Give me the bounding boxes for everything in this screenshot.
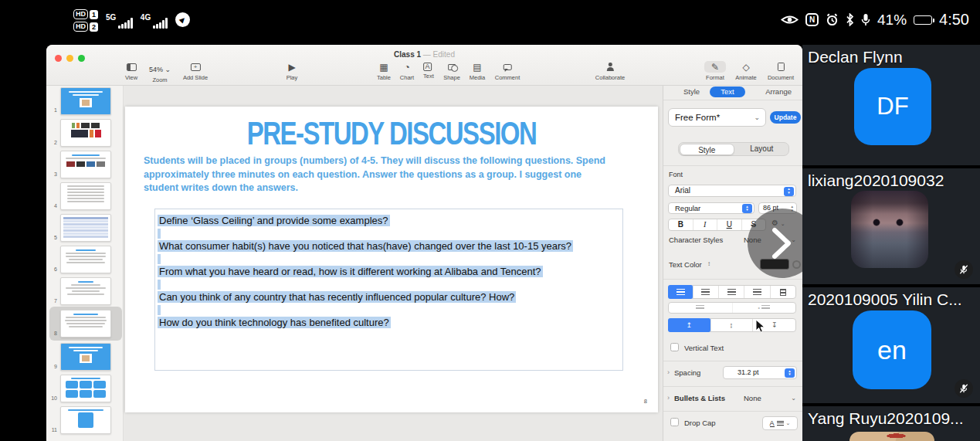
- drop-cap-icon: A: [770, 420, 775, 427]
- status-bar-right: N 41% 4:50: [781, 11, 969, 29]
- tab-style[interactable]: Style: [683, 87, 700, 96]
- font-section-label: Font: [669, 171, 683, 178]
- disclosure-icon[interactable]: ›: [667, 368, 670, 376]
- drop-cap-label: Drop Cap: [684, 419, 716, 427]
- slide-thumbnail[interactable]: [60, 182, 111, 210]
- zoom-value[interactable]: 54% ⌄: [149, 63, 171, 73]
- update-style-button[interactable]: Update: [770, 111, 801, 124]
- question-2[interactable]: What consumer habit(s) have you noticed …: [158, 239, 607, 253]
- bluetooth-icon: [846, 13, 854, 26]
- slide-thumbnail[interactable]: [60, 277, 111, 305]
- valign-top-button[interactable]: ↥: [668, 318, 711, 332]
- align-center-button[interactable]: [693, 286, 718, 298]
- valign-middle-button[interactable]: ↨: [710, 319, 754, 331]
- question-3[interactable]: From what you have heard or read, how is…: [158, 265, 607, 278]
- stepper-icon[interactable]: ▲▼: [785, 368, 795, 378]
- bullets-lists-value[interactable]: None: [744, 394, 761, 402]
- media-icon: ▤: [470, 61, 485, 73]
- drop-cap-checkbox[interactable]: [670, 418, 679, 426]
- toolbar-button-zoom[interactable]: 54% ⌄ Zoom: [149, 61, 171, 83]
- question-1[interactable]: Define ‘Glass Ceiling’ and provide some …: [158, 214, 607, 227]
- participant-strip: Declan Flynn DF lixiang2020109032 202010…: [802, 45, 980, 441]
- toolbar-button-comment[interactable]: Comment: [495, 61, 521, 81]
- toolbar-button-chart[interactable]: ◔ Chart: [400, 61, 414, 81]
- increase-indent-button[interactable]: •: [733, 303, 796, 313]
- signal-bars-icon: [118, 18, 133, 29]
- paragraph-style-dropdown[interactable]: Free Form* ⌄: [668, 108, 766, 127]
- chevron-down-icon: ⌄: [754, 109, 760, 126]
- avatar: en: [853, 310, 931, 389]
- slide-thumbnail[interactable]: [60, 343, 111, 371]
- align-right-button[interactable]: [719, 286, 744, 298]
- avatar: DF: [854, 68, 931, 145]
- toolbar-button-add-slide[interactable]: + Add Slide: [183, 61, 208, 81]
- bold-button[interactable]: B: [669, 219, 693, 230]
- decrease-indent-button[interactable]: [669, 303, 733, 313]
- toolbar-button-table[interactable]: ▦ Table: [377, 61, 391, 81]
- vertical-text-checkbox[interactable]: [670, 343, 679, 351]
- toolbar-button-play[interactable]: ▶ Play: [287, 61, 298, 81]
- tab-arrange[interactable]: Arrange: [765, 87, 792, 96]
- toolbar-button-format[interactable]: ✎ Format: [704, 61, 726, 81]
- participant-tile[interactable]: 2020109005 Yilin C... en: [802, 287, 980, 403]
- slide-8-canvas[interactable]: PRE-STUDY DISCUSSION Students will be pl…: [125, 107, 658, 412]
- slide-title[interactable]: PRE-STUDY DISCUSSION: [125, 115, 658, 153]
- slide-thumbnail[interactable]: [60, 119, 111, 147]
- participant-tile[interactable]: Yang Ruyu2020109...: [802, 406, 980, 441]
- slide-thumbnail[interactable]: [60, 87, 111, 115]
- tab-text[interactable]: Text: [710, 87, 745, 97]
- align-left-button[interactable]: [668, 285, 693, 299]
- vertical-text-label: Vertical Text: [684, 344, 724, 352]
- underline-button[interactable]: U: [717, 219, 742, 230]
- question-4[interactable]: Can you think of any country that has re…: [158, 290, 607, 304]
- status-bar: HD 1 HD 2 5G 4G ▶ N: [0, 0, 980, 45]
- stepper-icon[interactable]: ▲▼: [784, 187, 794, 196]
- participant-name: Yang Ruyu2020109...: [808, 409, 977, 428]
- mic-muted-icon: [955, 260, 973, 279]
- text-lines-icon: [777, 421, 784, 426]
- toolbar-button-media[interactable]: ▤ Media: [470, 61, 485, 81]
- participant-tile[interactable]: lixiang2020109032: [802, 168, 980, 284]
- status-bar-left: HD 1 HD 2 5G 4G ▶: [73, 9, 190, 32]
- slide-thumbnail[interactable]: [60, 151, 111, 178]
- text-icon: A: [423, 63, 432, 71]
- toolbar-button-collaborate[interactable]: Collaborate: [595, 61, 625, 81]
- signal-bars-icon: [153, 18, 168, 29]
- align-justify-button[interactable]: [744, 286, 770, 298]
- segment-layout[interactable]: Layout: [735, 143, 789, 155]
- toolbar-button-document[interactable]: Document: [768, 61, 794, 81]
- participant-tile[interactable]: Declan Flynn DF: [802, 45, 980, 165]
- stepper-icon[interactable]: ▲▼: [742, 204, 752, 213]
- chevron-down-icon: ⌄: [791, 395, 796, 402]
- toolbar-button-shape[interactable]: Shape: [443, 61, 460, 81]
- selected-blank-line: [158, 304, 607, 316]
- hd-sim2-badge: HD 2: [73, 22, 98, 32]
- disclosure-icon[interactable]: ›: [667, 394, 670, 402]
- spacing-select[interactable]: 31.2 pt ▲▼: [723, 366, 797, 379]
- font-family-select[interactable]: Arial ▲▼: [668, 185, 796, 197]
- font-weight-select[interactable]: Regular ▲▼: [668, 202, 754, 214]
- slide-number-label: 8: [644, 398, 647, 405]
- slide-canvas-area: PRE-STUDY DISCUSSION Students will be pl…: [124, 86, 663, 441]
- question-5[interactable]: How do you think technology has benefite…: [158, 316, 607, 329]
- toolbar-button-text[interactable]: A Text: [423, 61, 434, 80]
- spacing-label: Spacing: [674, 368, 700, 377]
- slide-thumbnail[interactable]: [60, 375, 111, 402]
- slide-thumbnail[interactable]: [60, 406, 111, 434]
- toolbar-button-animate[interactable]: ◇ Animate: [735, 61, 757, 81]
- slide-intro-text[interactable]: Students will be placed in groups (numbe…: [144, 154, 618, 195]
- align-natural-button[interactable]: [771, 286, 795, 298]
- slide-thumbnail[interactable]: [60, 246, 111, 273]
- questions-text-box[interactable]: Define ‘Glass Ceiling’ and provide some …: [154, 209, 623, 371]
- slide-thumbnail-selected[interactable]: [60, 310, 111, 338]
- volte-badges: HD 1 HD 2: [73, 9, 98, 32]
- avatar: [849, 432, 934, 441]
- chart-icon: ◔: [400, 61, 414, 73]
- selected-blank-line: [158, 253, 607, 265]
- status-time: 4:50: [939, 11, 969, 29]
- toolbar-button-view[interactable]: View: [125, 61, 137, 81]
- drop-cap-style-button[interactable]: A ⌄: [762, 416, 798, 430]
- italic-button[interactable]: I: [693, 219, 718, 230]
- segment-style[interactable]: Style: [680, 144, 735, 155]
- slide-thumbnail[interactable]: [60, 214, 111, 242]
